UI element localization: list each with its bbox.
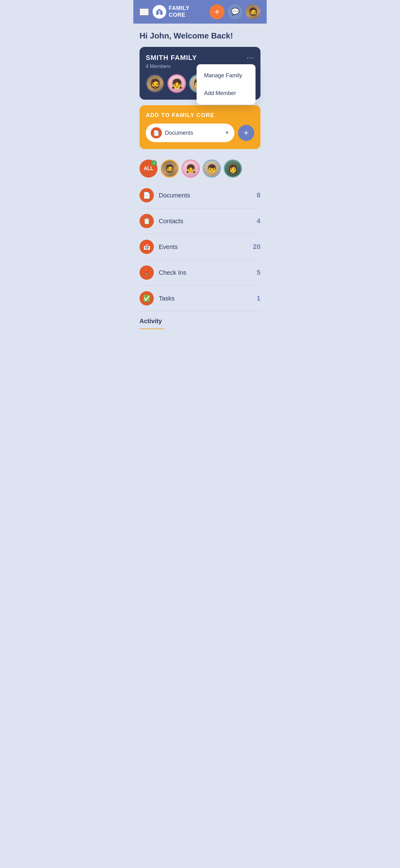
add-plus-icon: + bbox=[244, 128, 249, 138]
header-left: FAMILY CORE bbox=[139, 5, 190, 19]
documents-label: Documents bbox=[159, 192, 252, 199]
avatar-emoji: 🧔 bbox=[248, 7, 258, 17]
main-content: Hi John, Welcome Back! SMITH FAMILY ··· … bbox=[133, 24, 267, 149]
document-select-icon: 📄 bbox=[151, 127, 162, 138]
chat-button[interactable]: 💬 bbox=[228, 4, 242, 19]
filter-member-3[interactable]: 👦 bbox=[203, 160, 221, 178]
contacts-label: Contacts bbox=[159, 218, 252, 225]
tasks-icon-wrap: ✅ bbox=[139, 291, 154, 306]
tasks-icon: ✅ bbox=[143, 294, 151, 302]
contacts-icon-wrap: 📋 bbox=[139, 214, 154, 228]
document-icon: 📄 bbox=[153, 130, 159, 136]
documents-count: 8 bbox=[257, 191, 261, 199]
chat-icon: 💬 bbox=[231, 8, 239, 16]
filter-member-2[interactable]: 👧 bbox=[182, 160, 200, 178]
filter-avatar-3-face: 👦 bbox=[204, 160, 220, 177]
family-member-avatar-2[interactable]: 👧 bbox=[167, 74, 186, 93]
home-logo-svg bbox=[155, 8, 163, 16]
filter-avatar-4-face: 👩 bbox=[225, 160, 241, 177]
contacts-count: 4 bbox=[257, 217, 261, 225]
filter-avatar-2-face: 👧 bbox=[182, 160, 199, 177]
family-member-avatar-1[interactable]: 🧔 bbox=[146, 74, 164, 93]
filter-all-check-icon: ✓ bbox=[151, 160, 157, 166]
documents-icon-wrap: 📄 bbox=[139, 188, 154, 203]
more-dots-icon: ··· bbox=[247, 54, 254, 61]
hamburger-line-3 bbox=[140, 14, 148, 15]
category-list: 📄 Documents 8 📋 Contacts 4 📅 Events 20 📍… bbox=[133, 183, 267, 311]
events-label: Events bbox=[159, 243, 248, 251]
add-family-title: ADD TO FAMILY CORE bbox=[146, 112, 254, 119]
add-family-row: 📄 Documents ▼ + bbox=[146, 124, 254, 142]
add-member-option[interactable]: Add Member bbox=[197, 85, 256, 102]
family-card: SMITH FAMILY ··· 4 Members 🧔 👧 👦 bbox=[139, 47, 261, 100]
filter-avatar-1-face: 🧔 bbox=[162, 160, 178, 177]
family-dropdown-menu: Manage Family Add Member bbox=[197, 64, 256, 104]
logo-text: FAMILY CORE bbox=[169, 5, 190, 18]
add-to-family-card: ADD TO FAMILY CORE 📄 Documents ▼ + bbox=[139, 105, 261, 149]
checkins-icon: 📍 bbox=[143, 269, 151, 276]
manage-family-option[interactable]: Manage Family bbox=[197, 67, 256, 85]
checkins-label: Check Ins bbox=[159, 269, 252, 276]
tasks-label: Tasks bbox=[159, 295, 252, 302]
activity-underline bbox=[139, 329, 164, 329]
global-add-button[interactable]: + bbox=[210, 4, 225, 19]
checkins-icon-wrap: 📍 bbox=[139, 266, 154, 280]
contacts-icon: 📋 bbox=[143, 217, 151, 225]
member-1-face: 🧔 bbox=[147, 75, 163, 92]
filter-avatars-row: ALL ✓ 🧔 👧 👦 👩 bbox=[133, 156, 267, 183]
family-name: SMITH FAMILY bbox=[146, 54, 197, 62]
category-item-documents[interactable]: 📄 Documents 8 bbox=[139, 183, 261, 208]
filter-all-label: ALL bbox=[143, 166, 153, 172]
events-count: 20 bbox=[253, 243, 261, 251]
select-label: Documents bbox=[165, 130, 222, 136]
user-avatar-button[interactable]: 🧔 bbox=[245, 4, 261, 19]
filter-all-button[interactable]: ALL ✓ bbox=[139, 160, 158, 178]
category-item-tasks[interactable]: ✅ Tasks 1 bbox=[139, 286, 261, 311]
document-type-select[interactable]: 📄 Documents ▼ bbox=[146, 124, 234, 142]
welcome-heading: Hi John, Welcome Back! bbox=[139, 31, 261, 41]
filter-member-4[interactable]: 👩 bbox=[224, 160, 242, 178]
category-item-checkins[interactable]: 📍 Check Ins 5 bbox=[139, 260, 261, 286]
hamburger-menu-button[interactable] bbox=[139, 8, 149, 16]
hamburger-line-2 bbox=[140, 11, 148, 12]
tasks-count: 1 bbox=[257, 294, 261, 302]
chevron-down-icon: ▼ bbox=[225, 130, 229, 136]
user-avatar-image: 🧔 bbox=[245, 4, 261, 19]
category-item-contacts[interactable]: 📋 Contacts 4 bbox=[139, 208, 261, 234]
documents-icon: 📄 bbox=[143, 191, 151, 199]
app-header: FAMILY CORE + 💬 🧔 bbox=[133, 0, 267, 24]
hamburger-line-1 bbox=[140, 9, 148, 10]
checkins-count: 5 bbox=[257, 269, 261, 277]
plus-icon: + bbox=[214, 7, 220, 17]
logo-family: FAMILY bbox=[169, 5, 190, 12]
events-icon-wrap: 📅 bbox=[139, 240, 154, 254]
app-logo: FAMILY CORE bbox=[153, 5, 190, 19]
activity-section: Activity bbox=[133, 311, 267, 329]
events-icon: 📅 bbox=[143, 243, 151, 251]
activity-title: Activity bbox=[139, 318, 261, 325]
logo-core: CORE bbox=[169, 12, 190, 19]
logo-icon bbox=[153, 5, 166, 19]
category-item-events[interactable]: 📅 Events 20 bbox=[139, 234, 261, 260]
filter-member-1[interactable]: 🧔 bbox=[161, 160, 178, 178]
add-document-button[interactable]: + bbox=[238, 125, 254, 141]
header-right: + 💬 🧔 bbox=[210, 4, 261, 19]
family-card-header: SMITH FAMILY ··· bbox=[146, 54, 254, 62]
more-options-button[interactable]: ··· bbox=[247, 54, 254, 62]
member-2-face: 👧 bbox=[168, 75, 185, 92]
